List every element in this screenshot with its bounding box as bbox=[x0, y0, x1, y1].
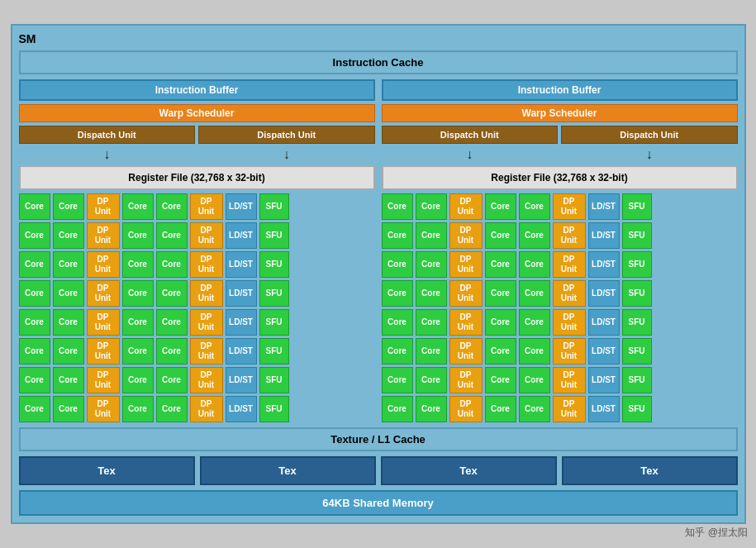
sm-label: SM bbox=[19, 32, 738, 45]
dp-cell: DP Unit bbox=[190, 309, 223, 336]
sfu-cell: SFU bbox=[622, 396, 652, 422]
core-cell: Core bbox=[53, 280, 84, 307]
sfu-cell: SFU bbox=[622, 338, 652, 365]
cores-row: CoreCoreDP UnitCoreCoreDP UnitLD/STSFU bbox=[19, 222, 375, 249]
core-cell: Core bbox=[382, 367, 413, 393]
core-cell: Core bbox=[53, 251, 84, 278]
core-cell: Core bbox=[519, 396, 550, 422]
ldst-cell: LD/ST bbox=[226, 251, 257, 278]
right-half: Instruction Buffer Warp Scheduler Dispat… bbox=[382, 79, 738, 422]
core-cell: Core bbox=[156, 396, 188, 422]
dp-cell: DP Unit bbox=[553, 338, 586, 365]
dp-cell: DP Unit bbox=[190, 251, 223, 278]
core-cell: Core bbox=[156, 251, 188, 278]
dp-cell: DP Unit bbox=[553, 396, 586, 422]
dp-cell: DP Unit bbox=[553, 193, 586, 220]
core-cell: Core bbox=[53, 222, 84, 249]
dp-cell: DP Unit bbox=[87, 280, 120, 307]
ldst-cell: LD/ST bbox=[226, 193, 257, 220]
cores-row: CoreCoreDP UnitCoreCoreDP UnitLD/STSFU bbox=[382, 309, 738, 336]
dp-cell: DP Unit bbox=[553, 251, 586, 278]
core-cell: Core bbox=[485, 280, 516, 307]
core-cell: Core bbox=[416, 367, 447, 393]
ldst-cell: LD/ST bbox=[588, 367, 620, 393]
core-cell: Core bbox=[156, 309, 188, 336]
core-cell: Core bbox=[416, 222, 447, 249]
right-arrows: ↓ ↓ bbox=[382, 147, 738, 162]
dp-cell: DP Unit bbox=[449, 367, 483, 393]
dp-cell: DP Unit bbox=[553, 222, 586, 249]
sfu-cell: SFU bbox=[622, 367, 652, 393]
dp-cell: DP Unit bbox=[553, 280, 586, 307]
dp-cell: DP Unit bbox=[87, 222, 120, 249]
dp-cell: DP Unit bbox=[449, 338, 483, 365]
core-cell: Core bbox=[19, 280, 50, 307]
left-arrow2: ↓ bbox=[198, 147, 375, 162]
sfu-cell: SFU bbox=[622, 193, 652, 220]
dp-cell: DP Unit bbox=[553, 367, 586, 393]
ldst-cell: LD/ST bbox=[588, 251, 620, 278]
ldst-cell: LD/ST bbox=[226, 367, 257, 393]
dp-cell: DP Unit bbox=[190, 222, 223, 249]
sfu-cell: SFU bbox=[259, 309, 289, 336]
core-cell: Core bbox=[122, 193, 154, 220]
core-cell: Core bbox=[156, 222, 188, 249]
core-cell: Core bbox=[416, 193, 447, 220]
cores-row: CoreCoreDP UnitCoreCoreDP UnitLD/STSFU bbox=[19, 338, 375, 365]
cores-row: CoreCoreDP UnitCoreCoreDP UnitLD/STSFU bbox=[19, 193, 375, 220]
core-cell: Core bbox=[416, 338, 447, 365]
cores-row: CoreCoreDP UnitCoreCoreDP UnitLD/STSFU bbox=[19, 367, 375, 393]
core-cell: Core bbox=[416, 309, 447, 336]
dp-cell: DP Unit bbox=[190, 280, 223, 307]
left-register-file: Register File (32,768 x 32-bit) bbox=[19, 165, 375, 190]
sm-container: SM Instruction Cache Instruction Buffer … bbox=[11, 24, 746, 524]
bottom-section: Texture / L1 Cache Tex Tex Tex Tex 64KB … bbox=[19, 427, 738, 516]
core-cell: Core bbox=[156, 193, 188, 220]
ldst-cell: LD/ST bbox=[226, 280, 257, 307]
tex-unit-4: Tex bbox=[562, 456, 738, 485]
ldst-cell: LD/ST bbox=[588, 222, 620, 249]
core-cell: Core bbox=[53, 338, 84, 365]
dp-cell: DP Unit bbox=[87, 338, 120, 365]
sfu-cell: SFU bbox=[259, 338, 289, 365]
core-cell: Core bbox=[19, 222, 50, 249]
cores-row: CoreCoreDP UnitCoreCoreDP UnitLD/STSFU bbox=[382, 367, 738, 393]
core-cell: Core bbox=[122, 396, 154, 422]
left-dispatch-unit1: Dispatch Unit bbox=[19, 126, 196, 144]
cores-row: CoreCoreDP UnitCoreCoreDP UnitLD/STSFU bbox=[382, 222, 738, 249]
core-cell: Core bbox=[122, 222, 154, 249]
core-cell: Core bbox=[382, 309, 413, 336]
core-cell: Core bbox=[122, 251, 154, 278]
tex-unit-3: Tex bbox=[381, 456, 557, 485]
core-cell: Core bbox=[416, 280, 447, 307]
cores-row: CoreCoreDP UnitCoreCoreDP UnitLD/STSFU bbox=[19, 280, 375, 307]
core-cell: Core bbox=[382, 251, 413, 278]
ldst-cell: LD/ST bbox=[226, 309, 257, 336]
ldst-cell: LD/ST bbox=[226, 396, 257, 422]
right-dispatch-row: Dispatch Unit Dispatch Unit bbox=[382, 126, 738, 144]
dp-cell: DP Unit bbox=[190, 396, 223, 422]
core-cell: Core bbox=[382, 222, 413, 249]
core-cell: Core bbox=[382, 280, 413, 307]
core-cell: Core bbox=[53, 367, 84, 393]
instruction-cache: Instruction Cache bbox=[19, 50, 738, 74]
ldst-cell: LD/ST bbox=[588, 280, 620, 307]
ldst-cell: LD/ST bbox=[588, 396, 620, 422]
right-dispatch-wrapper1: Dispatch Unit bbox=[382, 126, 559, 144]
dp-cell: DP Unit bbox=[87, 396, 120, 422]
left-dispatch-wrapper2: Dispatch Unit bbox=[198, 126, 375, 144]
core-cell: Core bbox=[156, 367, 188, 393]
right-warp-scheduler: Warp Scheduler bbox=[382, 104, 738, 122]
dp-cell: DP Unit bbox=[87, 309, 120, 336]
core-cell: Core bbox=[53, 193, 84, 220]
right-arrow1: ↓ bbox=[382, 147, 559, 162]
core-cell: Core bbox=[382, 396, 413, 422]
left-warp-scheduler: Warp Scheduler bbox=[19, 104, 375, 122]
cores-row: CoreCoreDP UnitCoreCoreDP UnitLD/STSFU bbox=[19, 309, 375, 336]
core-cell: Core bbox=[519, 251, 550, 278]
core-cell: Core bbox=[485, 396, 516, 422]
core-cell: Core bbox=[416, 251, 447, 278]
ldst-cell: LD/ST bbox=[588, 338, 620, 365]
sfu-cell: SFU bbox=[259, 280, 289, 307]
dp-cell: DP Unit bbox=[449, 309, 483, 336]
